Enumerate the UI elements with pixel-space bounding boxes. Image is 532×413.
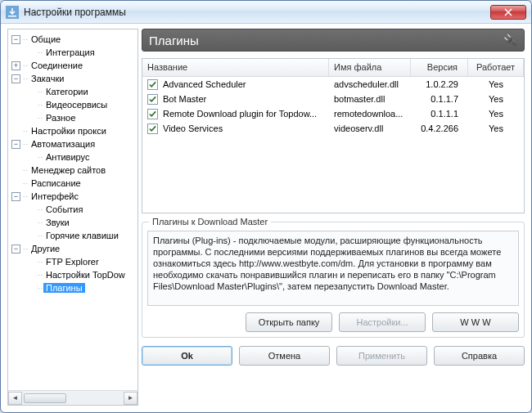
tree-connector-icon: ··	[38, 271, 43, 279]
footer-buttons: Ok Отмена Применить Справка	[142, 346, 525, 366]
expand-toggle-icon[interactable]: +	[11, 61, 20, 70]
tree-node[interactable]: ··Разное	[10, 111, 136, 124]
tree-node[interactable]: ··События	[10, 203, 136, 216]
tree-connector-icon: ··	[38, 88, 43, 96]
plugin-version: 1.0.2.29	[411, 79, 468, 89]
tree-node[interactable]: −··Автоматизация	[10, 137, 136, 150]
close-button[interactable]	[490, 5, 526, 20]
tree-node-label: FTP Explorer	[43, 257, 101, 267]
tree-node-label: Категории	[43, 87, 91, 97]
tree-connector-icon: ··	[23, 74, 29, 83]
tree-connector-icon: ··	[38, 48, 43, 56]
tree-node-label: Другие	[29, 244, 62, 254]
table-header[interactable]: Название Имя файла Версия Работает	[142, 59, 524, 77]
tree-node[interactable]: ··Настройки TopDow	[10, 268, 136, 281]
plugin-checkbox[interactable]	[147, 123, 158, 134]
expand-toggle-icon[interactable]: −	[11, 140, 20, 149]
col-name[interactable]: Название	[142, 59, 329, 76]
table-row[interactable]: Remote Download plugin for Topdow...remo…	[142, 106, 524, 121]
app-icon	[6, 6, 19, 19]
settings-window: Настройки программы −··Общие··Интеграция…	[0, 0, 532, 413]
tree-node[interactable]: ··Плагины	[10, 281, 136, 294]
panel-title: Плагины	[149, 34, 199, 47]
tree-node-label: Звуки	[43, 218, 72, 227]
tree-node[interactable]: ··Интеграция	[10, 46, 136, 59]
table-row[interactable]: Advanced Scheduleradvscheduler.dll1.0.2.…	[142, 77, 524, 92]
tree-node[interactable]: −··Интерфейс	[10, 190, 136, 203]
tree-node[interactable]: ··Антивирус	[10, 150, 136, 164]
scroll-right-button[interactable]: ►	[124, 392, 138, 405]
plugin-file: videoserv.dll	[329, 123, 411, 133]
nav-tree[interactable]: −··Общие··Интеграция+··Соединение−··Зака…	[8, 29, 138, 390]
tree-node-label: Разное	[43, 113, 78, 123]
col-file[interactable]: Имя файла	[329, 59, 411, 76]
expand-toggle-icon[interactable]: −	[11, 35, 20, 44]
tree-node[interactable]: ··Категории	[10, 85, 136, 98]
sidebar-scrollbar[interactable]: ◄ ►	[8, 390, 138, 405]
expand-toggle-icon[interactable]: −	[11, 192, 20, 201]
tree-node-label: Автоматизация	[29, 139, 97, 149]
plugin-file: advscheduler.dll	[329, 79, 411, 89]
group-buttons: Открыть папку Настройки... W W W	[147, 312, 519, 332]
cancel-button[interactable]: Отмена	[239, 346, 330, 366]
tree-node[interactable]: ··Менеджер сайтов	[10, 164, 136, 177]
tree-connector-icon: ··	[38, 231, 43, 240]
apply-button[interactable]: Применить	[336, 346, 427, 366]
tree-node-label: Интеграция	[43, 47, 97, 57]
plugins-table: Название Имя файла Версия Работает Advan…	[142, 58, 525, 213]
plugin-settings-button[interactable]: Настройки...	[339, 312, 426, 332]
tree-connector-icon: ··	[23, 127, 29, 135]
col-works[interactable]: Работает	[468, 59, 524, 76]
www-button[interactable]: W W W	[432, 312, 519, 332]
table-row[interactable]: Video Servicesvideoserv.dll0.4.2.266Yes	[142, 121, 524, 136]
tree-node[interactable]: −··Закачки	[10, 72, 136, 85]
table-row[interactable]: Bot Masterbotmaster.dll0.1.1.7Yes	[142, 92, 524, 106]
content-area: −··Общие··Интеграция+··Соединение−··Зака…	[1, 24, 531, 412]
open-folder-button[interactable]: Открыть папку	[246, 312, 332, 332]
tree-node[interactable]: −··Общие	[10, 33, 136, 46]
description-group: Плагины к Download Master Плагины (Plug-…	[142, 222, 525, 338]
plugin-version: 0.1.1.1	[411, 109, 468, 119]
plugin-checkbox[interactable]	[147, 94, 158, 105]
close-icon	[504, 8, 512, 16]
plugin-checkbox[interactable]	[147, 109, 158, 119]
plugin-version: 0.4.2.266	[411, 123, 468, 133]
scroll-left-button[interactable]: ◄	[8, 392, 22, 405]
tree-connector-icon: ··	[23, 166, 29, 174]
tree-node[interactable]: ··Звуки	[10, 216, 136, 229]
tree-connector-icon: ··	[23, 179, 29, 187]
scroll-track[interactable]	[22, 392, 124, 405]
ok-button[interactable]: Ok	[142, 346, 232, 366]
titlebar[interactable]: Настройки программы	[1, 1, 531, 24]
plugin-icon: 🔌	[503, 34, 517, 47]
tree-connector-icon: ··	[38, 101, 43, 109]
tree-connector-icon: ··	[23, 140, 29, 148]
tree-node-label: Интерфейс	[29, 191, 81, 201]
tree-node[interactable]: ··Расписание	[10, 177, 136, 190]
expand-toggle-icon[interactable]: −	[11, 74, 20, 83]
group-title: Плагины к Download Master	[149, 217, 271, 227]
tree-node[interactable]: −··Другие	[10, 242, 136, 255]
plugin-checkbox[interactable]	[147, 79, 158, 90]
tree-node[interactable]: ··FTP Explorer	[10, 255, 136, 268]
tree-node-label: Закачки	[29, 74, 66, 83]
panel-header: Плагины 🔌	[142, 29, 525, 52]
tree-connector-icon: ··	[38, 284, 43, 292]
expand-toggle-icon[interactable]: −	[11, 245, 20, 254]
tree-node[interactable]: ··Настройки прокси	[10, 124, 136, 137]
tree-node[interactable]: ··Горячие клавиши	[10, 229, 136, 242]
plugin-version: 0.1.1.7	[411, 94, 468, 104]
tree-connector-icon: ··	[38, 153, 43, 161]
tree-node[interactable]: ··Видеосервисы	[10, 98, 136, 111]
tree-node-label: Горячие клавиши	[43, 231, 121, 240]
tree-connector-icon: ··	[23, 192, 29, 200]
plugin-works: Yes	[468, 109, 524, 119]
tree-connector-icon: ··	[38, 258, 43, 266]
scroll-thumb[interactable]	[24, 393, 66, 403]
tree-node-label: Соединение	[29, 61, 85, 70]
help-button[interactable]: Справка	[434, 346, 525, 366]
col-version[interactable]: Версия	[411, 59, 468, 76]
svg-rect-1	[8, 16, 16, 17]
tree-node-label: Плагины	[43, 283, 85, 293]
tree-node[interactable]: +··Соединение	[10, 59, 136, 72]
